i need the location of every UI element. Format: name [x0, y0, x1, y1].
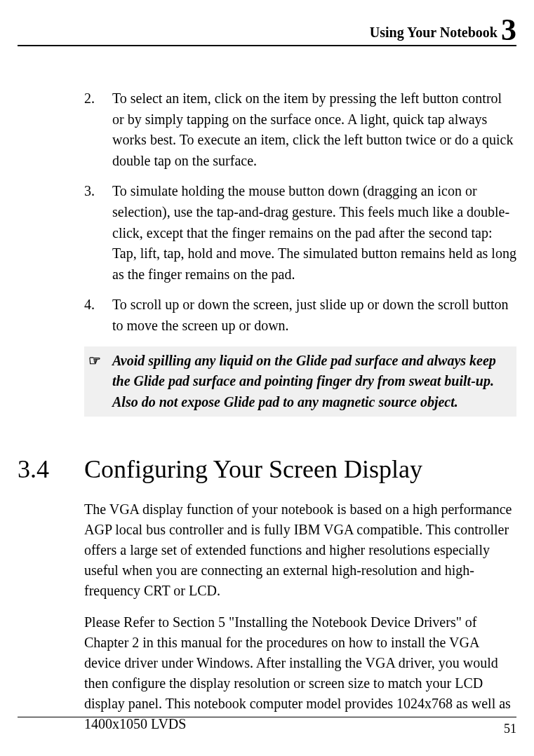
page-footer: 51: [18, 717, 516, 736]
running-header: Using Your Notebook 3: [18, 25, 516, 46]
body-content: 2. To select an item, click on the item …: [84, 88, 516, 417]
header-title: Using Your Notebook: [370, 25, 501, 40]
section-heading-block: 3.4 Configuring Your Screen Display: [18, 454, 516, 484]
list-marker: 3.: [84, 181, 95, 202]
section-title: Configuring Your Screen Display: [84, 454, 422, 484]
note-text: Avoid spilling any liquid on the Glide p…: [112, 351, 511, 413]
section-number: 3.4: [18, 454, 84, 484]
list-text: To scroll up or down the screen, just sl…: [112, 297, 509, 333]
header-chapter-number: 3: [501, 13, 516, 47]
page-number: 51: [504, 722, 516, 736]
document-page: Using Your Notebook 3 2. To select an it…: [0, 0, 534, 756]
list-marker: 2.: [84, 88, 95, 109]
list-text: To select an item, click on the item by …: [112, 90, 513, 168]
note-callout: ☞ Avoid spilling any liquid on the Glide…: [84, 346, 516, 417]
list-text: To simulate holding the mouse button dow…: [112, 183, 516, 281]
list-item: 3. To simulate holding the mouse button …: [84, 181, 516, 285]
body-paragraph: The VGA display function of your noteboo…: [84, 499, 516, 601]
numbered-list: 2. To select an item, click on the item …: [84, 88, 516, 337]
list-item: 2. To select an item, click on the item …: [84, 88, 516, 171]
pointing-hand-icon: ☞: [88, 351, 101, 372]
list-item: 4. To scroll up or down the screen, just…: [84, 295, 516, 336]
list-marker: 4.: [84, 295, 95, 316]
